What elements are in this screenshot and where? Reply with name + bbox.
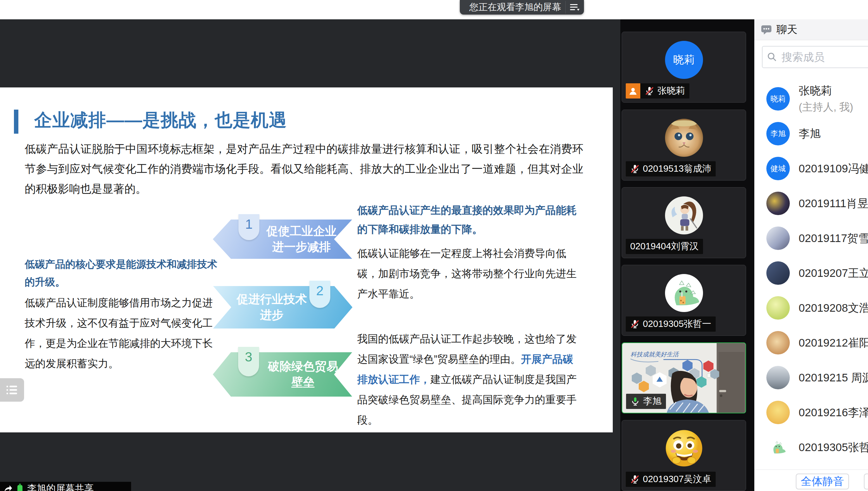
participant-name: 02019513翁成沛 bbox=[643, 163, 711, 175]
video-tile-liuxiaohan[interactable]: 02019404刘霄汉 bbox=[622, 187, 746, 258]
video-tile-zhangzheyi[interactable]: 02019305张哲一 bbox=[622, 265, 746, 336]
chevron-2-industry-progress: 促进行业技术 进步 bbox=[213, 286, 353, 328]
member-name: 02019305张哲一 bbox=[799, 440, 868, 455]
member-row-lizechun[interactable]: 02019216李泽春 bbox=[754, 395, 868, 430]
member-avatar bbox=[766, 192, 790, 215]
search-icon bbox=[767, 52, 777, 62]
member-avatar bbox=[766, 261, 790, 285]
chevron-3-number-badge: 3 bbox=[238, 347, 259, 376]
member-row-zhangzheyi[interactable]: 02019305张哲一 bbox=[754, 430, 868, 465]
avatar-dino bbox=[665, 274, 703, 312]
green-mic-level-icon bbox=[17, 484, 24, 491]
left-emphasis-text: 低碳产品的核心要求是能源技术和减排技术的升级。 bbox=[25, 255, 218, 291]
member-name: 张晓莉 bbox=[799, 83, 853, 98]
tile-name-label: 02019307吴汶卓 bbox=[626, 472, 716, 487]
tile-name-label: 02019513翁成沛 bbox=[626, 161, 716, 176]
share-arrow-icon bbox=[3, 484, 13, 491]
participant-name: 张晓莉 bbox=[657, 85, 685, 97]
avatar: 晓莉 bbox=[665, 41, 703, 79]
member-row-wanglixiang[interactable]: 02019207王立翔 bbox=[754, 256, 868, 290]
footer-more-button[interactable] bbox=[864, 473, 868, 489]
member-avatar bbox=[766, 331, 790, 354]
screen-share-status-bar: 李旭的屏幕共享 bbox=[0, 482, 131, 491]
chat-panel: 聊天 晓莉 张晓莉 (主持人, 我) 李旭 李旭 健城 02019109冯健城 bbox=[754, 19, 868, 491]
mic-active-icon bbox=[630, 397, 640, 406]
chat-panel-header: 聊天 bbox=[754, 19, 868, 40]
banner-menu-button[interactable] bbox=[565, 1, 584, 13]
member-avatar bbox=[766, 436, 790, 459]
participant-name: 02019404刘霄汉 bbox=[630, 240, 698, 253]
thumbnail-list-toggle[interactable] bbox=[0, 378, 24, 402]
share-status-text: 李旭的屏幕共享 bbox=[27, 482, 94, 491]
video-tile-wengchengpei[interactable]: 02019513翁成沛 bbox=[622, 110, 746, 180]
mic-muted-icon bbox=[630, 319, 640, 329]
member-row-zhangxiaoli[interactable]: 晓莉 张晓莉 (主持人, 我) bbox=[754, 81, 868, 116]
member-avatar bbox=[766, 366, 790, 389]
chevron-3-line2: 壁垒 bbox=[259, 374, 348, 390]
mic-muted-icon bbox=[630, 164, 640, 174]
avatar-emoji bbox=[665, 429, 703, 467]
member-row-xiaoyuhui[interactable]: 02019111肖昱辉 bbox=[754, 186, 868, 221]
member-role: (主持人, 我) bbox=[799, 100, 853, 114]
meeting-window: 您正在观看李旭的屏幕 企业减排——是挑战，也是机遇 低碳产品认证脱胎于中国环境标… bbox=[0, 0, 868, 491]
shared-slide: 企业减排——是挑战，也是机遇 低碳产品认证脱胎于中国环境标志框架，是对产品生产过… bbox=[0, 87, 613, 432]
mute-all-button[interactable]: 全体静音 bbox=[796, 473, 849, 489]
mic-muted-icon bbox=[645, 86, 654, 96]
video-tile-zhangxiaoli[interactable]: 晓莉 张晓莉 bbox=[622, 32, 746, 103]
chevron-1-promote-reduction: 促使工业企业 进一步减排 bbox=[213, 220, 352, 259]
member-name: 02019111肖昱辉 bbox=[799, 196, 868, 211]
avatar-anime bbox=[665, 196, 703, 234]
member-name: 02019215 周源灿 bbox=[799, 370, 868, 385]
left-body-text: 低碳产品认证制度能够借用市场之力促进技术升级，这不仅有益于应对气候变化工作，更是… bbox=[25, 293, 218, 374]
member-name: 李旭 bbox=[799, 126, 821, 141]
member-name: 02019216李泽春 bbox=[799, 405, 868, 420]
member-name: 02019208文浩然 bbox=[799, 300, 868, 316]
tile-name-label: 李旭 bbox=[626, 394, 666, 409]
chevron-3-trade-barrier: 破除绿色贸易 壁垒 bbox=[213, 352, 352, 397]
right-bottom-paragraph: 我国的低碳产品认证工作起步较晚，这也给了发达国家设置“绿色”贸易壁垒的理由。开展… bbox=[357, 329, 583, 430]
tile-name-label: 张晓莉 bbox=[626, 83, 689, 98]
title-accent-bar bbox=[14, 110, 18, 134]
chevron-1-line1: 促使工业企业 bbox=[254, 223, 349, 239]
mic-muted-icon bbox=[630, 474, 640, 484]
member-avatar: 健城 bbox=[766, 157, 790, 180]
right-emphasis-text: 低碳产品认证产生的最直接的效果即为产品能耗的下降和碳排放量的下降。 bbox=[357, 201, 583, 239]
participant-name: 李旭 bbox=[643, 395, 661, 408]
member-avatar bbox=[766, 296, 790, 320]
video-wall-slogan: 科技成就美好生活 bbox=[630, 351, 679, 358]
member-row-wenhaoran[interactable]: 02019208文浩然 bbox=[754, 290, 868, 325]
participant-name: 02019307吴汶卓 bbox=[643, 473, 711, 486]
chat-bubble-icon bbox=[761, 25, 772, 35]
chevron-2-line2: 进步 bbox=[229, 307, 315, 323]
watching-banner: 您正在观看李旭的屏幕 bbox=[460, 0, 584, 15]
avatar-cat bbox=[665, 119, 703, 157]
chevron-3-line1: 破除绿色贸易 bbox=[259, 358, 348, 374]
right-body-text: 低碳认证能够在一定程度上将社会消费导向低碳，加剧市场竞争，这将带动整个行业向先进… bbox=[357, 243, 583, 304]
chevron-1-line2: 进一步减排 bbox=[254, 239, 349, 255]
video-tile-wuwenzhuo[interactable]: 02019307吴汶卓 bbox=[622, 420, 746, 491]
member-avatar: 李旭 bbox=[766, 122, 790, 145]
member-name: 02019212崔阳 bbox=[799, 336, 868, 350]
member-avatar bbox=[766, 401, 790, 424]
chevron-2-line1: 促进行业技术 bbox=[229, 291, 315, 307]
member-name: 02019109冯健城 bbox=[799, 161, 868, 176]
video-tile-lixu-active[interactable]: 科技成就美好生活 bbox=[622, 342, 746, 413]
slide-intro-paragraph: 低碳产品认证脱胎于中国环境标志框架，是对产品生产过程中的碳排放量进行核算和认证，… bbox=[25, 139, 583, 199]
list-icon bbox=[6, 384, 18, 395]
hamburger-caret-icon bbox=[569, 3, 580, 11]
member-row-hexueqi[interactable]: 02019117贺雪琪 bbox=[754, 221, 868, 256]
tile-name-label: 02019305张哲一 bbox=[626, 316, 716, 332]
member-search-box[interactable] bbox=[762, 46, 868, 68]
member-row-zhouyuan[interactable]: 02019215 周源灿 bbox=[754, 360, 868, 395]
watching-banner-label: 您正在观看李旭的屏幕 bbox=[469, 1, 561, 13]
tile-name-label: 02019404刘霄汉 bbox=[626, 239, 703, 254]
chevron-2-number-badge: 2 bbox=[309, 281, 330, 308]
member-row-fengjiancheng[interactable]: 健城 02019109冯健城 bbox=[754, 151, 868, 186]
member-row-lixu[interactable]: 李旭 李旭 bbox=[754, 116, 868, 151]
member-row-cuiyang[interactable]: 02019212崔阳 bbox=[754, 325, 868, 360]
member-search-input[interactable] bbox=[781, 51, 868, 64]
chat-panel-footer: 全体静音 bbox=[754, 469, 868, 491]
member-avatar: 晓莉 bbox=[766, 87, 790, 111]
participant-name: 02019305张哲一 bbox=[643, 318, 711, 330]
chevron-1-number-badge: 1 bbox=[238, 214, 259, 240]
